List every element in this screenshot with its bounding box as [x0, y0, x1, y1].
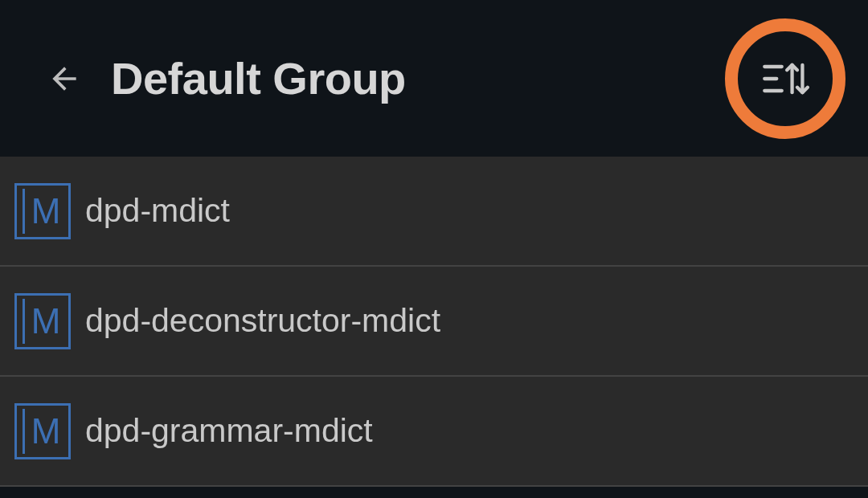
sort-highlight-ring — [725, 18, 845, 139]
arrow-left-icon — [47, 61, 82, 96]
sort-button[interactable] — [761, 57, 809, 100]
item-label: dpd-mdict — [85, 192, 230, 230]
mdict-icon: M — [14, 183, 71, 239]
list-item[interactable]: M dpd-grammar-mdict — [0, 377, 868, 487]
list-item[interactable]: M dpd-mdict — [0, 157, 868, 267]
back-button[interactable] — [47, 61, 82, 96]
dictionary-list: M dpd-mdict M dpd-deconstructor-mdict M … — [0, 157, 868, 487]
list-item[interactable]: M dpd-deconstructor-mdict — [0, 267, 868, 377]
item-label: dpd-grammar-mdict — [85, 412, 373, 450]
page-title: Default Group — [111, 52, 406, 104]
sort-icon — [761, 57, 809, 100]
mdict-icon: M — [14, 293, 71, 349]
mdict-icon: M — [14, 403, 71, 459]
app-header: Default Group — [0, 0, 868, 157]
item-label: dpd-deconstructor-mdict — [85, 302, 440, 340]
